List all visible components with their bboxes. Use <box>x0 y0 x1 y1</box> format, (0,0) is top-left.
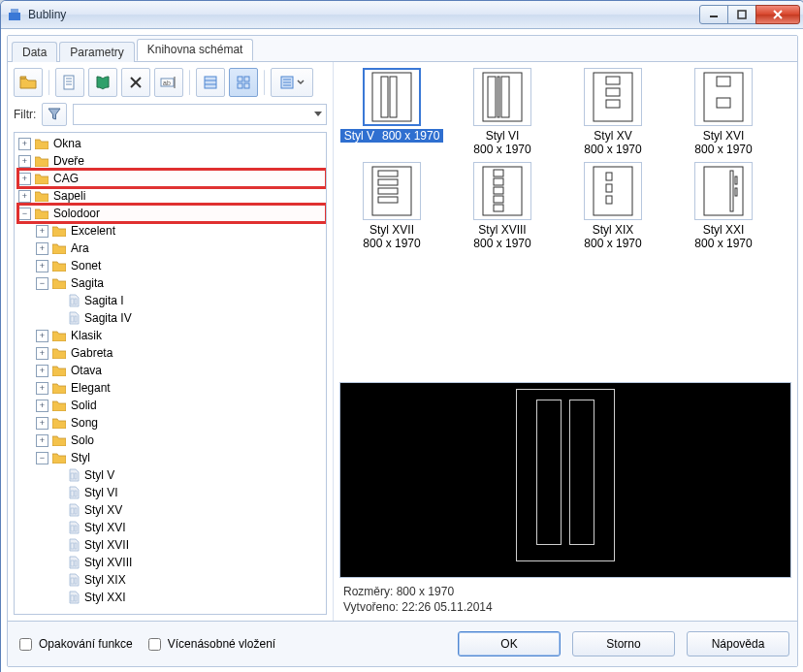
door-preview-icon <box>516 389 615 561</box>
expand-icon[interactable]: + <box>18 190 31 203</box>
tree-folder[interactable]: −Sagita <box>36 274 326 292</box>
tree-leaf[interactable]: Styl VI <box>53 484 326 501</box>
schema-leaf-icon <box>68 538 80 552</box>
tree-folder[interactable]: +Klasik <box>36 327 326 344</box>
svg-rect-53 <box>594 73 632 121</box>
open-folder-button[interactable] <box>14 68 43 97</box>
tree-leaf[interactable]: Styl XV <box>53 501 326 519</box>
collapse-icon[interactable]: − <box>36 452 48 464</box>
expand-icon[interactable]: + <box>18 155 31 168</box>
svg-rect-49 <box>483 73 522 121</box>
ok-button[interactable]: OK <box>458 631 561 656</box>
expand-placeholder <box>53 592 64 603</box>
schema-leaf-icon <box>68 503 80 517</box>
close-button[interactable] <box>755 5 800 24</box>
expand-icon[interactable]: + <box>36 347 48 360</box>
tree-folder[interactable]: +Okna <box>18 135 326 152</box>
tree-folder[interactable]: +Ara <box>36 240 326 257</box>
repeat-function-checkbox[interactable]: Opakování funkce <box>16 635 133 654</box>
expand-icon[interactable]: + <box>36 382 48 395</box>
collapse-icon[interactable]: − <box>18 208 31 220</box>
tree-leaf[interactable]: Styl XXI <box>53 589 326 606</box>
expand-icon[interactable]: + <box>36 400 48 412</box>
toolbar: ab <box>8 62 333 101</box>
tab-parametry[interactable]: Parametry <box>59 42 134 62</box>
new-document-button[interactable] <box>55 68 84 97</box>
expand-icon[interactable]: + <box>36 365 48 377</box>
tree-leaf[interactable]: Styl V <box>53 466 326 484</box>
tree-container: +Okna+Dveře+CAG+Sapeli−Solodoor+Excelent… <box>14 132 327 615</box>
ok-label: OK <box>500 637 517 651</box>
thumbnail-item[interactable]: Styl XVI800 x 1970 <box>671 68 776 156</box>
tab-data[interactable]: Data <box>12 42 57 62</box>
tree-leaf[interactable]: Styl XVIII <box>53 554 326 571</box>
options-dropdown-button[interactable] <box>271 68 313 97</box>
folder-icon <box>52 434 66 446</box>
thumbnail-view-button[interactable] <box>229 68 258 97</box>
tab-knihovna-schemat[interactable]: Knihovna schémat <box>137 39 254 61</box>
thumbnail-item[interactable]: Styl XVIII800 x 1970 <box>450 162 555 250</box>
collapse-icon[interactable]: − <box>36 277 48 290</box>
folder-icon <box>52 260 66 272</box>
tree-leaf-label: Styl XIX <box>84 571 126 589</box>
schema-leaf-icon <box>68 294 80 307</box>
multi-insert-checkbox[interactable]: Vícenásobné vložení <box>145 635 275 654</box>
tree-folder[interactable]: +Song <box>36 414 326 432</box>
folder-icon <box>52 417 66 429</box>
expand-icon[interactable]: + <box>18 173 31 185</box>
repeat-label: Opakování funkce <box>39 637 133 651</box>
tree-folder[interactable]: +Solid <box>36 397 326 414</box>
tree-leaf[interactable]: Styl XVII <box>53 536 326 554</box>
thumbnail-item[interactable]: Styl XIX800 x 1970 <box>561 162 665 250</box>
thumbnail-item[interactable]: Styl VI800 x 1970 <box>450 68 555 156</box>
tree-leaf[interactable]: Styl XIX <box>53 571 326 589</box>
minimize-button[interactable] <box>699 5 728 24</box>
tree-folder-label: Sagita <box>71 274 104 292</box>
thumbnail-item[interactable]: Styl XV800 x 1970 <box>561 68 665 156</box>
app-icon <box>7 7 22 22</box>
expand-icon[interactable]: + <box>36 330 48 342</box>
schema-tree[interactable]: +Okna+Dveře+CAG+Sapeli−Solodoor+Excelent… <box>15 133 326 614</box>
delete-button[interactable] <box>121 68 150 97</box>
multi-checkbox-input[interactable] <box>148 638 161 651</box>
thumbnail-dims: 800 x 1970 <box>339 237 444 250</box>
svg-rect-0 <box>9 13 20 20</box>
expand-icon[interactable]: + <box>36 242 48 255</box>
tree-folder[interactable]: +Sapeli <box>18 187 326 205</box>
expand-icon[interactable]: + <box>36 260 48 272</box>
tree-folder[interactable]: +CAG <box>18 170 326 187</box>
svg-rect-21 <box>244 83 249 88</box>
tree-folder[interactable]: +Excelent <box>36 222 326 240</box>
bottom-bar: Opakování funkce Vícenásobné vložení OK … <box>8 621 797 666</box>
help-button[interactable]: Nápověda <box>687 631 789 656</box>
book-button[interactable] <box>88 68 117 97</box>
expand-placeholder <box>53 505 64 516</box>
thumbnail-item[interactable]: Styl XXI800 x 1970 <box>671 162 776 250</box>
cancel-button[interactable]: Storno <box>572 631 675 656</box>
tree-folder[interactable]: +Sonet <box>36 257 326 274</box>
tree-leaf[interactable]: Sagita IV <box>53 309 326 327</box>
tree-folder[interactable]: +Solo <box>36 432 326 449</box>
maximize-button[interactable] <box>727 5 756 24</box>
expand-icon[interactable]: + <box>36 434 48 447</box>
expand-icon[interactable]: + <box>36 225 48 238</box>
thumbnail-item[interactable]: Styl V800 x 1970 <box>339 68 444 156</box>
tree-leaf[interactable]: Styl XVI <box>53 519 326 536</box>
thumbnail-item[interactable]: Styl XVII800 x 1970 <box>339 162 444 250</box>
tree-folder[interactable]: −Styl <box>36 449 326 466</box>
tree-folder[interactable]: +Gabreta <box>36 344 326 362</box>
tree-folder-label: Sapeli <box>53 187 85 205</box>
expand-icon[interactable]: + <box>36 417 48 430</box>
expand-icon[interactable]: + <box>18 138 31 150</box>
tree-folder[interactable]: +Dveře <box>18 152 326 170</box>
filter-combobox[interactable] <box>73 104 327 125</box>
list-view-button[interactable] <box>196 68 225 97</box>
tree-folder[interactable]: −Solodoor <box>18 205 326 222</box>
rename-button[interactable]: ab <box>154 68 183 97</box>
tree-folder[interactable]: +Elegant <box>36 379 326 397</box>
thumbnail-dims: 800 x 1970 <box>450 143 555 156</box>
tree-leaf[interactable]: Sagita I <box>53 292 326 309</box>
repeat-checkbox-input[interactable] <box>19 638 32 651</box>
tree-folder[interactable]: +Otava <box>36 362 326 379</box>
filter-funnel-button[interactable] <box>42 103 67 126</box>
